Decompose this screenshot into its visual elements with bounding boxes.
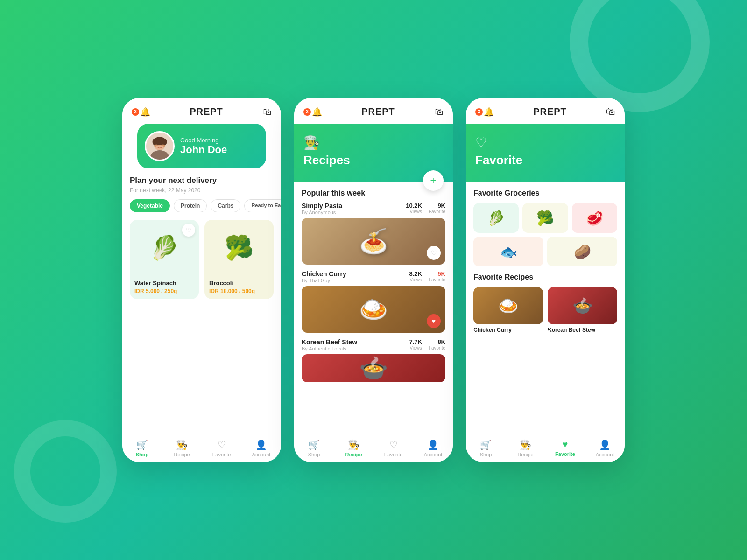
account-nav-label-3: Account	[596, 452, 614, 457]
recipe-chicken-curry[interactable]: Chicken Curry By That Guy 8.2K Views 5K …	[302, 270, 445, 333]
add-recipe-button[interactable]: +	[423, 170, 444, 191]
recipe-meta-beef: Korean Beef Stew By Authentic Locals 7.7…	[302, 338, 445, 351]
shop-nav-icon-3: 🛒	[480, 439, 492, 450]
product-info-broccoli: Broccoli IDR 18.000 / 500g	[204, 276, 274, 299]
filter-row: Vegetable Protein Carbs Ready to Eat	[130, 199, 274, 212]
header-favorite: 3 🔔 PREPT 🛍	[466, 98, 625, 124]
product-name-spinach: Water Spinach	[134, 280, 194, 287]
username-text: John Doe	[180, 144, 227, 156]
product-card-broccoli[interactable]: 🥦 Broccoli IDR 18.000 / 500g	[204, 220, 274, 299]
product-grid: 🥬 ♡ Water Spinach IDR 5.000 / 250g 🥦	[130, 220, 274, 299]
filter-vegetable[interactable]: Vegetable	[130, 199, 170, 212]
nav-favorite-3[interactable]: ♥ Favorite	[545, 439, 585, 457]
shop-nav-icon-2: 🛒	[308, 439, 320, 450]
filter-ready[interactable]: Ready to Eat	[244, 199, 281, 212]
shop-nav-label-2: Shop	[308, 452, 320, 457]
nav-recipe-1[interactable]: 👨‍🍳 Recipe	[162, 439, 202, 457]
fav-recipe-name-beef: Korean Beef Stew	[548, 327, 617, 333]
grocery-tile-potato[interactable]: 🥔	[547, 237, 617, 266]
recipe-name-pasta: Simply Pasta	[302, 202, 342, 210]
favorite-content: Favorite Groceries 🥬 🥦 🥩 🐟 🥔 Favorite Re…	[466, 182, 625, 435]
notification-badge-3[interactable]: 3	[475, 108, 483, 116]
recipe-nav-label-2: Recipe	[345, 452, 362, 457]
nav-shop-3[interactable]: 🛒 Shop	[466, 439, 506, 457]
grocery-tile-meat[interactable]: 🥩	[572, 203, 617, 233]
recipe-views-curry: 8.2K Views	[409, 270, 422, 282]
grocery-tile-broccoli[interactable]: 🥦	[522, 203, 568, 233]
shop-nav-label-3: Shop	[480, 452, 492, 457]
popular-title: Popular this week	[302, 189, 445, 197]
recipe-stats-curry: 8.2K Views 5K Favorite	[409, 270, 445, 282]
bell-icon-3[interactable]: 🔔	[484, 107, 494, 117]
grocery-grid-row1: 🥬 🥦 🥩	[473, 203, 617, 233]
account-nav-icon-2: 👤	[427, 439, 439, 450]
hero-text: Good Morning John Doe	[180, 137, 227, 156]
product-card-spinach[interactable]: 🥬 ♡ Water Spinach IDR 5.000 / 250g	[130, 220, 199, 299]
product-info-spinach: Water Spinach IDR 5.000 / 250g	[130, 276, 199, 299]
nav-recipe-3[interactable]: 👨‍🍳 Recipe	[506, 439, 545, 457]
recipe-fav-pasta: 9K Favorite	[429, 202, 445, 214]
product-name-broccoli: Broccoli	[209, 280, 269, 287]
bell-icon-2[interactable]: 🔔	[312, 107, 322, 117]
nav-account-3[interactable]: 👤 Account	[585, 439, 625, 457]
cart-icon-shop[interactable]: 🛍	[262, 106, 272, 117]
recipe-korean-beef[interactable]: Korean Beef Stew By Authentic Locals 7.7…	[302, 338, 445, 382]
shop-content: Plan your next delivery For next week, 2…	[122, 168, 281, 435]
nav-shop-2[interactable]: 🛒 Shop	[294, 439, 334, 457]
account-nav-icon-3: 👤	[599, 439, 611, 450]
recipe-fav-beef: 8K Favorite	[429, 338, 445, 350]
favorite-nav-icon-1: ♡	[218, 439, 226, 450]
recipe-info-curry: Chicken Curry By That Guy	[302, 270, 346, 283]
user-avatar	[145, 131, 175, 161]
fav-recipe-curry[interactable]: 🍛 Chicken Curry	[473, 287, 543, 333]
fav-recipe-beef[interactable]: 🍲 Korean Beef Stew	[548, 287, 617, 333]
recipe-stats-beef: 7.7K Views 8K Favorite	[409, 338, 445, 350]
nav-recipe-2[interactable]: 👨‍🍳 Recipe	[334, 439, 374, 457]
recipe-stats-pasta: 10.2K Views 9K Favorite	[406, 202, 445, 214]
filter-protein[interactable]: Protein	[174, 199, 207, 212]
favorite-hero-icon: ♡	[475, 135, 615, 150]
cart-icon-recipe[interactable]: 🛍	[434, 106, 444, 117]
nav-favorite-1[interactable]: ♡ Favorite	[202, 439, 241, 457]
favorite-hero: ♡ Favorite	[466, 124, 625, 182]
delivery-subtitle: For next week, 22 May 2020	[130, 187, 274, 194]
greeting-text: Good Morning	[180, 137, 227, 144]
recipe-author-pasta: By Anonymous	[302, 210, 342, 215]
account-nav-icon-1: 👤	[255, 439, 267, 450]
recipe-author-beef: By Authentic Locals	[302, 346, 357, 351]
recipe-fav-curry: 5K Favorite	[429, 270, 445, 282]
screen-favorite: 3 🔔 PREPT 🛍 ♡ Favorite Favorite Grocerie…	[466, 98, 625, 462]
grocery-grid-row2: 🐟 🥔	[473, 237, 617, 266]
cart-icon-favorite[interactable]: 🛍	[606, 106, 615, 117]
recipe-nav-icon-2: 👨‍🍳	[348, 439, 359, 450]
nav-account-2[interactable]: 👤 Account	[413, 439, 453, 457]
header-shop: 3 🔔 PREPT 🛍	[122, 98, 281, 124]
screen-shop: 3 🔔 PREPT 🛍	[122, 98, 281, 462]
heart-btn-pasta[interactable]: ♡	[427, 246, 441, 260]
recipe-nav-icon-1: 👨‍🍳	[176, 439, 188, 450]
heart-btn-spinach[interactable]: ♡	[182, 224, 195, 237]
product-img-broccoli: 🥦	[204, 220, 274, 276]
recipe-img-curry: 🍛 ♥	[302, 286, 445, 333]
recipe-info-beef: Korean Beef Stew By Authentic Locals	[302, 338, 357, 351]
filter-carbs[interactable]: Carbs	[211, 199, 240, 212]
fav-recipe-img-beef: 🍲	[548, 287, 617, 324]
app-logo-recipe: PREPT	[361, 106, 395, 117]
bell-icon[interactable]: 🔔	[140, 107, 150, 117]
notification-badge-2[interactable]: 3	[303, 108, 311, 116]
delivery-title: Plan your next delivery	[130, 176, 274, 185]
nav-account-1[interactable]: 👤 Account	[241, 439, 281, 457]
bg-decoration-circle-1	[570, 0, 710, 112]
nav-favorite-2[interactable]: ♡ Favorite	[374, 439, 413, 457]
notification-badge[interactable]: 3	[132, 108, 139, 116]
nav-shop[interactable]: 🛒 Shop	[122, 439, 162, 457]
recipe-meta-curry: Chicken Curry By That Guy 8.2K Views 5K …	[302, 270, 445, 283]
recipe-img-beef: 🍲	[302, 354, 445, 382]
heart-btn-curry[interactable]: ♥	[427, 314, 441, 328]
grocery-tile-spinach[interactable]: 🥬	[473, 203, 519, 233]
recipe-meta-pasta: Simply Pasta By Anonymous 10.2K Views 9K…	[302, 202, 445, 215]
recipe-simply-pasta[interactable]: Simply Pasta By Anonymous 10.2K Views 9K…	[302, 202, 445, 265]
grocery-tile-salmon[interactable]: 🐟	[473, 237, 543, 266]
recipe-views-pasta: 10.2K Views	[406, 202, 422, 214]
favorite-nav-icon-2: ♡	[389, 439, 398, 450]
